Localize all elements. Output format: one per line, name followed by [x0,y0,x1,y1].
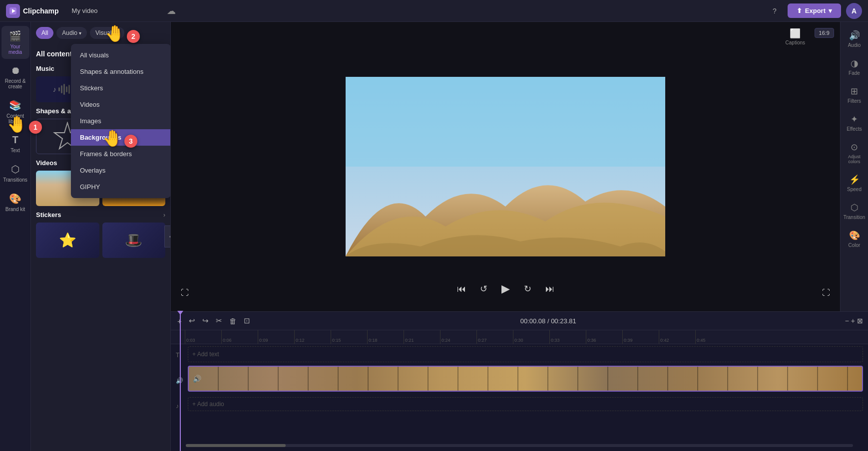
sidebar-item-text[interactable]: T Text [1,130,29,157]
ruler-tick-2: 0:06 [221,330,258,344]
sticker-item-2[interactable]: 🎩 [102,223,166,258]
color-label: Color [849,242,861,248]
sidebar-item-brand-kit[interactable]: 🎨 Brand kit [1,189,29,216]
sidebar-item-record-create[interactable]: ⏺ Record & create [1,61,29,93]
sidebar-item-transitions[interactable]: ⬡ Transitions [1,159,29,187]
dropdown-overlays[interactable]: Overlays [71,162,171,179]
dropdown-all-visuals[interactable]: All visuals [71,47,171,63]
color-icon: 🎨 [849,230,860,241]
right-panel-effects[interactable]: ✦ Effects [842,110,868,136]
videos-section-title: Videos [36,159,57,167]
dropdown-backgrounds[interactable]: Backgrounds [71,129,171,146]
sidebar-item-your-media[interactable]: 🎬 Your media [1,26,29,59]
zoom-fit-button[interactable]: ⊠ [857,317,863,325]
right-panel-transition[interactable]: ⬡ Transition [842,198,868,224]
sidebar-item-content-library[interactable]: 📚 Content library [1,95,29,128]
export-icon: ⬆ [797,7,802,14]
skip-back-button[interactable]: ⏮ [455,282,468,296]
video-track-row: 🔊 🔊 [176,366,863,396]
effects-label: Effects [847,126,862,132]
user-avatar-button[interactable]: A [846,3,862,19]
sidebar: 🎬 Your media ⏺ Record & create 📚 Content… [0,22,31,451]
transition-right-icon: ⬡ [851,202,859,213]
export-button[interactable]: ⬆ Export ▾ [788,3,841,18]
total-time: 00:23.81 [551,317,576,325]
right-panel-speed[interactable]: ⚡ Speed [842,170,868,196]
sidebar-label-your-media: Your media [3,44,27,55]
filter-tabs: All Audio ▾ Visuals ▾ [31,22,170,42]
add-audio-button[interactable]: + Add audio [188,397,863,411]
right-panel-audio[interactable]: 🔊 Audio [842,26,868,52]
ruler-tick-5: 0:15 [331,330,367,344]
preview-area: 16:9 ⬜ Captions [171,22,840,311]
collapse-panel-button[interactable]: ‹ [164,226,171,247]
undo-button[interactable]: ↩ [187,315,197,327]
add-text-button[interactable]: + Add text [188,346,863,362]
playhead[interactable] [180,312,181,451]
cut-button[interactable]: ✂ [214,315,224,327]
ruler-tick-4: 0:12 [294,330,331,344]
more-options-button[interactable]: ⊡ [242,315,252,327]
add-audio-label: + Add audio [192,401,224,408]
content-panel: All Audio ▾ Visuals ▾ All visuals Shapes… [31,22,171,451]
export-dropdown-arrow: ▾ [829,7,832,14]
text-icon: T [12,134,18,146]
dropdown-giphy[interactable]: GIPHY [71,179,171,195]
tab-audio[interactable]: Audio ▾ [56,27,87,39]
timeline-scrollbar-thumb[interactable] [186,444,286,447]
redo-button[interactable]: ↪ [201,315,210,327]
ruler-tick-13: 0:39 [622,330,659,344]
app-name: Clipchamp [23,7,59,15]
transition-label: Transition [844,215,866,220]
text-track-content: + Add text [188,346,863,364]
adjust-colors-icon: ⊙ [851,142,858,153]
dropdown-frames-borders[interactable]: Frames & borders [71,146,171,162]
play-button[interactable]: ▶ [499,280,512,297]
zoom-in-button[interactable]: + [851,317,855,325]
video-track-content[interactable]: 🔊 [188,366,863,396]
dropdown-images[interactable]: Images [71,113,171,129]
dropdown-videos[interactable]: Videos [71,96,171,113]
fullscreen-button[interactable]: ⛶ [822,288,830,297]
timeline-scrollbar[interactable] [186,444,853,447]
sidebar-label-brand-kit: Brand kit [5,207,25,212]
video-clip[interactable]: 🔊 [188,366,863,392]
visuals-dropdown-arrow: ▾ [116,30,119,36]
right-panel-fade[interactable]: ◑ Fade [842,54,868,80]
your-media-icon: 🎬 [9,30,21,42]
topbar: Clipchamp ☁ ? ⬆ Export ▾ A [0,0,868,22]
stickers-section-arrow[interactable]: › [163,212,165,219]
transitions-icon: ⬡ [11,163,19,175]
ruler-tick-12: 0:36 [586,330,622,344]
add-text-label: + Add text [192,351,219,358]
fit-screen-button[interactable]: ⛶ [181,288,189,297]
text-track-row: T + Add text [176,346,863,364]
dropdown-stickers[interactable]: Stickers [71,80,171,96]
dropdown-shapes-annotations[interactable]: Shapes & annotations [71,63,171,80]
ruler-tick-3: 0:09 [258,330,294,344]
tab-all[interactable]: All [36,27,53,39]
timeline-ruler: 0:03 0:06 0:09 0:12 0:15 0:18 0:21 0:24 … [171,330,868,344]
right-panel-adjust-colors[interactable]: ⊙ Adjust colors [842,138,868,168]
captions-button[interactable]: ⬜ Captions [786,28,805,45]
ruler-tick-1: 0:03 [185,330,221,344]
help-button[interactable]: ? [767,3,783,19]
ruler-tick-11: 0:33 [549,330,586,344]
sidebar-label-record-create: Record & create [3,78,27,89]
main-layout: 🎬 Your media ⏺ Record & create 📚 Content… [0,22,868,451]
video-title-input[interactable] [68,5,160,16]
aspect-ratio-button[interactable]: 16:9 [815,28,834,38]
skip-forward-button[interactable]: ⏭ [543,282,556,296]
sticker-item-1[interactable]: ⭐ [36,223,99,258]
forward-button[interactable]: ↻ [522,281,533,296]
zoom-controls: − + ⊠ [845,317,863,325]
right-panel-color[interactable]: 🎨 Color [842,226,868,252]
time-display: 00:00.08 / 00:23.81 [256,317,841,325]
zoom-out-button[interactable]: − [845,317,849,325]
rewind-button[interactable]: ↺ [478,281,489,296]
right-panel-filters[interactable]: ⊞ Filters [842,82,868,108]
delete-button[interactable]: 🗑 [228,315,238,327]
fade-icon: ◑ [851,58,859,69]
tab-visuals[interactable]: Visuals ▾ [90,27,124,39]
top-section: 16:9 ⬜ Captions [171,22,868,311]
